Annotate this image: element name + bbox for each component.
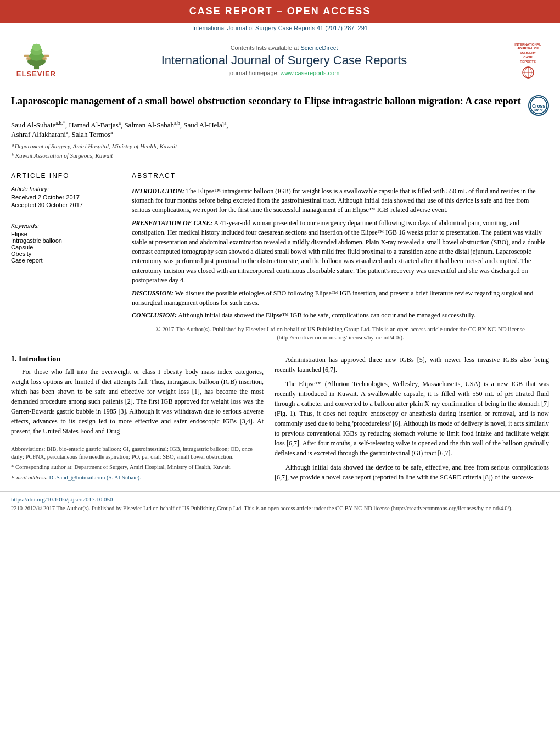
homepage-link[interactable]: www.casereports.com <box>281 70 340 76</box>
journal-logo-icon <box>517 66 539 80</box>
affiliation-b: ᵇ Kuwait Association of Surgeons, Kuwait <box>11 152 549 159</box>
body-para-1: For those who fall into the overweight o… <box>11 367 264 436</box>
footer-section: https://doi.org/10.1016/j.ijscr.2017.10.… <box>0 491 560 517</box>
article-info-label: ARTICLE INFO <box>11 172 121 182</box>
svg-text:Mark: Mark <box>534 108 543 112</box>
keyword-3: Capsule <box>11 244 121 250</box>
section-1-heading: 1. Introduction <box>11 355 264 364</box>
svg-rect-5 <box>26 57 30 60</box>
svg-text:Cross: Cross <box>532 103 545 109</box>
received-date: Received 2 October 2017 <box>11 194 121 200</box>
abstract-column: ABSTRACT INTRODUCTION: The Elipse™ intra… <box>132 172 549 342</box>
footnotes-section: Abbreviations: BIB, bio-enteric gastric … <box>11 442 264 482</box>
svg-rect-8 <box>44 55 49 57</box>
journal-homepage: journal homepage: www.casereports.com <box>64 70 505 76</box>
elsevier-logo: ELSEVIER <box>9 42 64 78</box>
journal-header: ELSEVIER Contents lists available at Sci… <box>0 32 560 88</box>
article-info-abstract-section: ARTICLE INFO Article history: Received 2… <box>0 166 560 348</box>
elsevier-tree-icon <box>16 42 57 70</box>
footnote-abbrev: Abbreviations: BIB, bio-enteric gastric … <box>11 445 264 461</box>
svg-rect-7 <box>24 55 29 57</box>
abstract-copyright: © 2017 The Author(s). Published by Elsev… <box>132 325 549 342</box>
body-right-column: Administration has approved three new IG… <box>275 355 549 487</box>
article-section: Laparoscopic management of a small bowel… <box>0 88 560 166</box>
keyword-4: Obesity <box>11 250 121 257</box>
contents-available: Contents lists available at ScienceDirec… <box>64 44 505 51</box>
article-title: Laparoscopic management of a small bowel… <box>11 95 549 116</box>
accepted-date: Accepted 30 October 2017 <box>11 202 121 208</box>
footnote-email: E-mail address: Dr.Saud_@hotmail.com (S.… <box>11 474 264 482</box>
abstract-label: ABSTRACT <box>132 172 549 182</box>
sciencedirect-link[interactable]: ScienceDirect <box>300 44 338 51</box>
crossmark-logo[interactable]: Cross Mark <box>528 95 549 116</box>
abstract-conclusion: CONCLUSION: Although initial data showed… <box>132 311 549 320</box>
elsevier-label: ELSEVIER <box>16 70 56 78</box>
abstract-presentation: PRESENTATION OF CASE: A 41-year-old woma… <box>132 219 549 286</box>
keyword-1: Elipse <box>11 231 121 237</box>
body-para-2: Administration has approved three new IG… <box>275 355 549 375</box>
authors-line: Saud Al-Subaiea,b,*, Hamad Al-Barjasa, S… <box>11 120 549 140</box>
body-content: 1. Introduction For those who fall into … <box>0 348 560 491</box>
footer-copyright: 2210-2612/© 2017 The Author(s). Publishe… <box>11 505 549 513</box>
journal-meta-bar: International Journal of Surgery Case Re… <box>0 23 560 32</box>
keyword-5: Case report <box>11 257 121 264</box>
keyword-2: Intragastric balloon <box>11 237 121 244</box>
abstract-discussion: DISCUSSION: We discuss the possible etio… <box>132 289 549 308</box>
doi-link[interactable]: https://doi.org/10.1016/j.ijscr.2017.10.… <box>11 496 549 503</box>
affiliation-a: ᵃ Department of Surgery, Amiri Hospital,… <box>11 143 549 150</box>
svg-rect-6 <box>42 57 46 60</box>
footnote-corresponding: * Corresponding author at: Department of… <box>11 464 264 472</box>
body-left-column: 1. Introduction For those who fall into … <box>11 355 264 487</box>
article-history-label: Article history: <box>11 186 121 192</box>
journal-logo-right: INTERNATIONALJOURNAL OFSURGERYCASEREPORT… <box>505 37 551 83</box>
keywords-label: Keywords: <box>11 222 121 229</box>
journal-title-block: Contents lists available at ScienceDirec… <box>64 44 505 76</box>
body-para-4: Although initial data showed the device … <box>275 462 549 482</box>
body-para-3: The Elipse™ (Allurion Technologies, Well… <box>275 379 549 458</box>
article-info-column: ARTICLE INFO Article history: Received 2… <box>11 172 121 342</box>
svg-point-4 <box>32 44 41 51</box>
article-title-text: Laparoscopic management of a small bowel… <box>11 95 523 108</box>
journal-name: International Journal of Surgery Case Re… <box>64 53 505 68</box>
crossmark-icon: Cross Mark <box>529 96 548 115</box>
case-report-banner: CASE REPORT – OPEN ACCESS <box>0 0 560 23</box>
abstract-intro: INTRODUCTION: The Elipse™ intragastric b… <box>132 187 549 215</box>
